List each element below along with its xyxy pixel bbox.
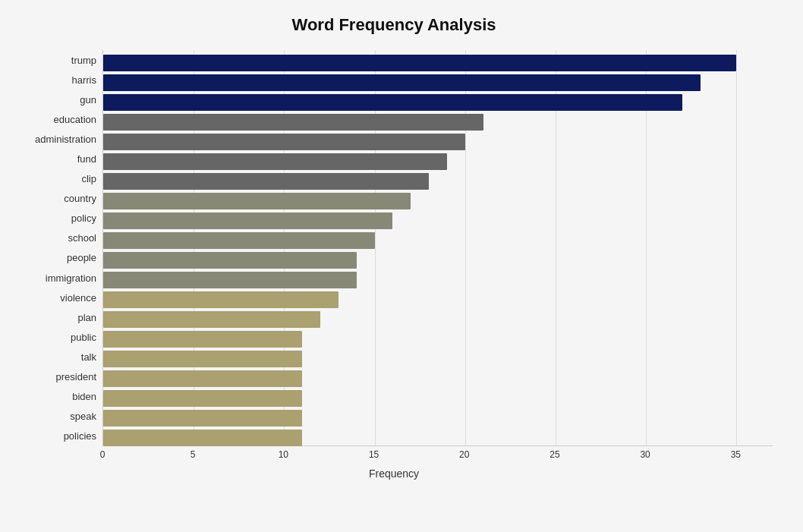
bar-trump: [103, 55, 736, 71]
x-tick-10: 10: [279, 449, 288, 460]
bar-president: [103, 370, 302, 387]
bar-row-talk: [103, 349, 773, 369]
y-label-speak: speak: [70, 411, 96, 421]
y-label-trump: trump: [71, 55, 96, 65]
bar-country: [103, 193, 411, 209]
bar-row-education: [103, 112, 773, 132]
bar-row-country: [103, 191, 773, 211]
y-label-policy: policy: [71, 213, 96, 223]
bar-row-violence: [103, 290, 773, 310]
bar-policy: [103, 212, 392, 229]
y-label-biden: biden: [72, 392, 96, 401]
y-label-clip: clip: [81, 174, 96, 184]
x-tick-20: 20: [459, 449, 469, 460]
bar-people: [103, 252, 357, 269]
y-label-people: people: [67, 253, 96, 263]
y-label-country: country: [64, 194, 96, 203]
bar-row-policies: [103, 428, 773, 446]
bar-education: [103, 114, 483, 131]
plot-area: [102, 50, 773, 446]
bar-row-president: [103, 369, 773, 389]
y-axis-labels: trumpharrisguneducationadministrationfun…: [15, 50, 102, 446]
y-label-education: education: [54, 115, 96, 124]
y-label-violence: violence: [60, 293, 96, 303]
bar-speak: [103, 410, 302, 427]
chart-title: Word Frequency Analysis: [15, 15, 773, 35]
bar-row-public: [103, 329, 773, 349]
bar-public: [103, 331, 302, 348]
bar-fund: [103, 153, 447, 170]
bar-row-speak: [103, 408, 773, 428]
y-label-policies: policies: [64, 431, 96, 441]
bar-administration: [103, 134, 465, 150]
y-label-harris: harris: [71, 75, 96, 85]
bar-violence: [103, 291, 339, 308]
y-label-administration: administration: [35, 134, 96, 144]
bar-row-people: [103, 250, 773, 270]
bar-policies: [103, 430, 302, 446]
bars-area: [103, 50, 773, 445]
x-tick-30: 30: [640, 449, 650, 460]
bar-clip: [103, 173, 429, 190]
x-axis-title: Frequency: [15, 467, 773, 480]
bar-row-immigration: [103, 270, 773, 290]
x-tick-15: 15: [369, 449, 379, 460]
bar-talk: [103, 351, 302, 367]
bar-row-trump: [103, 53, 773, 73]
bar-row-plan: [103, 310, 773, 329]
x-tick-25: 25: [550, 449, 559, 460]
y-label-immigration: immigration: [46, 273, 96, 283]
bar-harris: [103, 74, 701, 91]
chart-container: Word Frequency Analysis trumpharrisguned…: [0, 0, 803, 532]
x-tick-35: 35: [731, 449, 741, 460]
bar-row-fund: [103, 152, 773, 172]
y-label-president: president: [56, 372, 96, 382]
y-label-plan: plan: [77, 313, 96, 323]
bar-plan: [103, 311, 320, 328]
bar-school: [103, 232, 375, 249]
bar-biden: [103, 390, 302, 407]
bar-row-administration: [103, 132, 773, 152]
bar-row-policy: [103, 211, 773, 231]
bar-row-harris: [103, 73, 773, 93]
x-tick-5: 5: [191, 449, 196, 460]
y-label-school: school: [68, 233, 96, 243]
y-label-public: public: [71, 332, 96, 342]
bar-row-biden: [103, 389, 773, 408]
bar-gun: [103, 94, 682, 111]
y-label-fund: fund: [77, 154, 96, 164]
bar-row-clip: [103, 172, 773, 191]
bar-row-gun: [103, 93, 773, 112]
bar-row-school: [103, 231, 773, 250]
x-tick-0: 0: [100, 449, 105, 460]
y-label-talk: talk: [81, 352, 96, 362]
bar-immigration: [103, 272, 357, 288]
y-label-gun: gun: [80, 95, 96, 105]
